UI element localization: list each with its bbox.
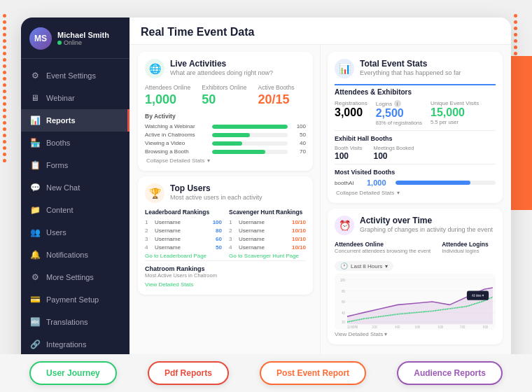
ae-title: Attendees & Exhibitors (335, 84, 496, 96)
audience-reports-tab[interactable]: Audience Reports (397, 361, 503, 385)
dots-decoration-left (0, 0, 21, 392)
logins-info-icon[interactable]: i (394, 100, 401, 107)
aot-metrics-header: Attendees Online Concurrent attendees br… (335, 241, 496, 254)
collapse-stats-link[interactable]: Collapse Detailed Stats ▾ (335, 190, 496, 196)
lb-score: 60 (216, 236, 222, 242)
activity-num: 50 (292, 132, 306, 138)
activity-bar (212, 133, 250, 137)
lb-row: 3 Username 60 (145, 236, 222, 242)
lb-name: Username (155, 236, 213, 242)
sidebar-item-content[interactable]: 📁 Content (21, 199, 130, 221)
time-filter-icon: 🕐 (340, 262, 348, 270)
sidebar-item-event-settings[interactable]: ⚙ Event Settings (21, 64, 130, 87)
lb-score: 50 (216, 244, 222, 251)
meetings-booked-value: 100 (373, 151, 414, 161)
sidebar-item-reports[interactable]: 📊 Reports (21, 109, 130, 132)
top-users-subtitle: Most active users in each activity (170, 194, 306, 201)
sidebar-item-webinar[interactable]: 🖥 Webinar (21, 87, 130, 109)
most-visited-bar (396, 181, 470, 185)
live-activities-subtitle: What are attendees doing right now? (170, 69, 306, 76)
unique-visits-label: Unique Event Visits (430, 100, 479, 106)
aot-subtitle: Graphing of changes in activity during t… (360, 226, 496, 233)
total-stats-header: 📊 Total Event Stats Everything that has … (335, 59, 496, 78)
most-visited-booth: boothAI (335, 180, 363, 186)
activity-label: Viewing a Video (145, 140, 208, 146)
live-activities-header: 🌐 Live Activities What are attendees doi… (145, 59, 306, 78)
sidebar-label-translations: Translations (46, 318, 88, 326)
attendees-online-stat: Attendees Online 1,000 (145, 84, 190, 107)
view-stats-link[interactable]: View Detailed Stats (145, 281, 306, 288)
leaderboard-link[interactable]: Go to Leaderboard Page (145, 253, 222, 259)
exhibitors-online-stat: Exhibitors Online 50 (202, 84, 246, 107)
sidebar-label-payment-setup: Payment Setup (46, 295, 99, 304)
scavenger-score: 10/10 (292, 244, 306, 251)
lb-rank: 2 (145, 227, 152, 234)
attendee-logins-metric: Attendee Logins Individual logins (442, 241, 489, 254)
lb-rank: 4 (145, 244, 152, 251)
scavenger-link[interactable]: Go to Scavenger Hunt Page (229, 253, 306, 259)
scavenger-name: Username (239, 244, 289, 251)
total-event-stats-card: 📊 Total Event Stats Everything that has … (328, 52, 503, 203)
scavenger-row: 4 Username 10/10 (229, 244, 306, 251)
new-chat-icon: 💬 (29, 182, 41, 193)
exhibitors-online-value: 50 (202, 92, 246, 107)
lb-name: Username (155, 219, 210, 225)
aot-title: Activity over Time (360, 216, 496, 225)
main-content: Real Time Event Data 🌐 Live Activities W… (130, 18, 511, 374)
left-panel: 🌐 Live Activities What are attendees doi… (130, 45, 320, 374)
lb-name: Username (155, 227, 213, 234)
webinar-icon: 🖥 (29, 92, 41, 104)
svg-text:All time ▾: All time ▾ (472, 294, 484, 298)
integrations-icon: 🔗 (29, 339, 41, 350)
sidebar-item-notifications[interactable]: 🔔 Notifications (21, 244, 130, 266)
user-journey-tab[interactable]: User Journey (29, 361, 117, 385)
main-card: MS Michael Smith Online ⚙ Event Settings… (21, 18, 511, 374)
registrations-stat: Registrations 3,000 (335, 100, 368, 126)
sidebar-item-booths[interactable]: 🏪 Booths (21, 132, 130, 154)
unique-visits-note: 5.5 per user (430, 119, 479, 125)
sidebar-item-payment-setup[interactable]: 💳 Payment Setup (21, 288, 130, 311)
ae-stats-row: Registrations 3,000 Logins i 2,500 83% o… (335, 100, 496, 126)
svg-text:4:00: 4:00 (395, 325, 400, 329)
post-event-report-tab[interactable]: Post Event Report (260, 361, 366, 385)
sidebar-nav: ⚙ Event Settings 🖥 Webinar 📊 Reports 🏪 B… (21, 59, 130, 374)
scavenger-title: Scavenger Hunt Rankings (229, 209, 306, 216)
activity-bar-wrap (212, 150, 288, 154)
svg-text:100: 100 (340, 279, 345, 283)
sidebar: MS Michael Smith Online ⚙ Event Settings… (21, 18, 130, 374)
top-users-title: Top Users (170, 183, 306, 193)
activity-num: 100 (292, 123, 306, 130)
forms-icon: 📋 (29, 160, 41, 171)
svg-text:60: 60 (342, 300, 345, 304)
sidebar-item-new-chat[interactable]: 💬 New Chat (21, 176, 130, 199)
attendees-online-metric: Attendees Online Concurrent attendees br… (335, 241, 430, 254)
activity-bar-wrap (212, 133, 288, 137)
active-booths-stat: Active Booths 20/15 (258, 84, 294, 107)
activity-bar (212, 141, 242, 146)
activity-bar-wrap (212, 141, 288, 146)
aot-view-link[interactable]: View Detailed Stats ▾ (335, 331, 496, 337)
total-stats-icon: 📊 (335, 59, 354, 78)
sidebar-item-integrations[interactable]: 🔗 Integrations (21, 333, 130, 356)
collapse-live-link[interactable]: Collapse Detailed Stats ▾ (145, 158, 306, 164)
activity-bar (212, 125, 288, 129)
registrations-value: 3,000 (335, 106, 368, 119)
live-activities-title-block: Live Activities What are attendees doing… (170, 59, 306, 76)
sidebar-label-forms: Forms (46, 161, 68, 169)
more-settings-icon: ⚙ (29, 272, 41, 283)
activity-row: Browsing a Booth 70 (145, 148, 306, 155)
sidebar-item-forms[interactable]: 📋 Forms (21, 154, 130, 176)
sidebar-item-more-settings[interactable]: ⚙ More Settings (21, 266, 130, 288)
payment-setup-icon: 💳 (29, 294, 41, 305)
svg-text:7:00: 7:00 (460, 325, 465, 329)
sidebar-item-translations[interactable]: 🔤 Translations (21, 311, 130, 333)
sidebar-item-users[interactable]: 👥 Users (21, 221, 130, 244)
time-filter-button[interactable]: 🕐 Last 8 Hours ▾ (335, 261, 393, 271)
status-dot (57, 41, 62, 45)
aot-title-block: Activity over Time Graphing of changes i… (360, 216, 496, 233)
pdf-reports-tab[interactable]: Pdf Reports (148, 361, 229, 385)
svg-text:40: 40 (342, 311, 345, 315)
aot-header: ⏰ Activity over Time Graphing of changes… (335, 216, 496, 235)
time-filter-label: Last 8 Hours (351, 263, 382, 270)
by-activity-title: By Activity (145, 113, 306, 120)
